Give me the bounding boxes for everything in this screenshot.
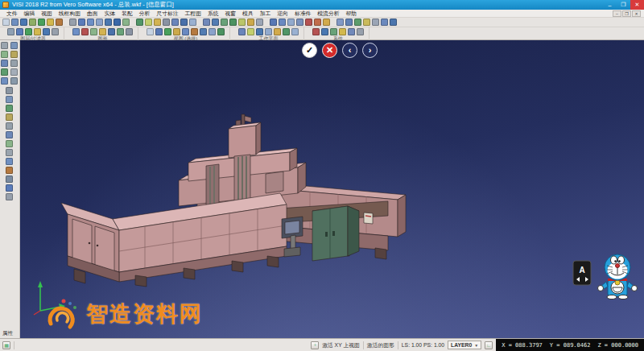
toolbar-icon[interactable] xyxy=(136,19,143,26)
toolbar-icon[interactable] xyxy=(114,19,121,26)
toolbar-icon[interactable] xyxy=(164,28,171,35)
toolbar-icon[interactable] xyxy=(279,19,286,26)
sidebar-tool-icon[interactable] xyxy=(10,77,18,85)
toolbar-icon[interactable] xyxy=(43,28,50,35)
toolbar-icon[interactable] xyxy=(265,28,272,35)
toolbar-icon[interactable] xyxy=(345,19,353,26)
menu-item[interactable]: 标准件 xyxy=(291,10,314,18)
toolbar-icon[interactable] xyxy=(256,28,263,35)
toolbar-icon[interactable] xyxy=(372,19,379,26)
toolbar-icon[interactable] xyxy=(126,28,133,35)
toolbar-icon[interactable] xyxy=(25,28,32,35)
toolbar-icon[interactable] xyxy=(72,28,80,35)
toolbar-icon[interactable] xyxy=(105,19,112,26)
toolbar-icon[interactable] xyxy=(339,28,346,35)
sidebar-tool-icon[interactable] xyxy=(10,68,18,76)
layer-dropdown[interactable]: LAYER0 ▼ xyxy=(448,341,481,349)
menu-item[interactable]: 尺寸标注 xyxy=(153,10,181,18)
sidebar-tool-icon[interactable] xyxy=(10,42,18,49)
sidebar-tool-icon[interactable] xyxy=(10,60,18,67)
confirm-button[interactable]: ✓ xyxy=(302,43,317,58)
properties-tab-label[interactable]: 属性 xyxy=(2,330,13,337)
grid-snap-icon[interactable]: ▦ xyxy=(2,341,10,349)
toolbar-icon[interactable] xyxy=(208,28,216,35)
child-close-button[interactable]: ✕ xyxy=(632,10,641,17)
menu-item[interactable]: 系统 xyxy=(204,10,222,18)
toolbar-icon[interactable] xyxy=(357,28,364,35)
machine-viewport[interactable]: ✓ ✕ ‹ › 智造资料网 A xyxy=(20,40,644,338)
menu-item[interactable]: 模流分析 xyxy=(314,10,342,18)
sidebar-tool-icon[interactable] xyxy=(1,68,8,76)
toolbar-icon[interactable] xyxy=(145,19,152,26)
toolbar-icon[interactable] xyxy=(217,28,225,35)
toolbar-icon[interactable] xyxy=(147,28,154,35)
sidebar-tool-icon[interactable] xyxy=(10,51,18,58)
menu-item[interactable]: 模具 xyxy=(239,10,257,18)
toolbar-icon[interactable] xyxy=(52,28,59,35)
menu-item[interactable]: 分析 xyxy=(136,10,154,18)
snap-point-icon[interactable]: ＋ xyxy=(311,341,319,349)
sidebar-tool-icon[interactable] xyxy=(6,176,13,183)
toolbar-icon[interactable] xyxy=(7,28,14,35)
sidebar-tool-icon[interactable] xyxy=(6,149,13,156)
toolbar-icon[interactable] xyxy=(180,19,188,26)
toolbar-icon[interactable] xyxy=(229,19,237,26)
toolbar-icon[interactable] xyxy=(212,19,219,26)
sidebar-tool-icon[interactable] xyxy=(6,167,13,174)
ortho-toggle-icon[interactable]: ∟ xyxy=(485,341,493,349)
sidebar-tool-icon[interactable] xyxy=(6,114,13,121)
toolbar-icon[interactable] xyxy=(390,19,397,26)
sidebar-tool-icon[interactable] xyxy=(6,87,13,94)
sidebar-tool-icon[interactable] xyxy=(1,77,8,85)
toolbar-icon[interactable] xyxy=(200,28,207,35)
toolbar-icon[interactable] xyxy=(321,28,328,35)
toolbar-icon[interactable] xyxy=(47,19,54,26)
toolbar-icon[interactable] xyxy=(336,19,344,26)
menu-item[interactable]: 逆向 xyxy=(274,10,291,18)
sidebar-tool-icon[interactable] xyxy=(1,60,8,67)
menu-item[interactable]: 视图 xyxy=(38,10,56,18)
toolbar-icon[interactable] xyxy=(56,19,63,26)
toolbar-icon[interactable] xyxy=(363,19,370,26)
toolbar-icon[interactable] xyxy=(38,19,45,26)
sidebar-tool-icon[interactable] xyxy=(6,140,13,147)
toolbar-icon[interactable] xyxy=(2,19,10,26)
toolbar-icon[interactable] xyxy=(283,28,290,35)
menu-item[interactable]: 装配 xyxy=(118,10,136,18)
minimize-button[interactable]: – xyxy=(603,0,617,10)
toolbar-icon[interactable] xyxy=(87,19,94,26)
toolbar-icon[interactable] xyxy=(108,28,115,35)
sidebar-tool-icon[interactable] xyxy=(1,42,8,49)
toolbar-icon[interactable] xyxy=(238,28,246,35)
menu-item[interactable]: 线框构图 xyxy=(56,10,84,18)
toolbar-icon[interactable] xyxy=(348,28,355,35)
toolbar-icon[interactable] xyxy=(247,19,254,26)
toolbar-icon[interactable] xyxy=(122,19,130,26)
toolbar-icon[interactable] xyxy=(221,19,228,26)
menu-item[interactable]: 视窗 xyxy=(222,10,240,18)
sidebar-tool-icon[interactable] xyxy=(6,158,13,165)
toolbar-icon[interactable] xyxy=(99,28,106,35)
sidebar-tool-icon[interactable] xyxy=(6,131,13,138)
toolbar-icon[interactable] xyxy=(291,28,299,35)
child-minimize-button[interactable]: – xyxy=(613,10,621,17)
next-button[interactable]: › xyxy=(362,43,378,58)
menu-item[interactable]: 工程图 xyxy=(182,10,204,18)
toolbar-icon[interactable] xyxy=(163,19,170,26)
sidebar-tool-icon[interactable] xyxy=(6,193,13,200)
toolbar-icon[interactable] xyxy=(171,19,179,26)
close-button[interactable]: ✕ xyxy=(630,0,644,10)
toolbar-icon[interactable] xyxy=(247,28,254,35)
toolbar-icon[interactable] xyxy=(189,19,196,26)
menu-item[interactable]: 实体 xyxy=(101,10,119,18)
toolbar-icon[interactable] xyxy=(155,28,163,35)
toolbar-icon[interactable] xyxy=(16,28,23,35)
toolbar-icon[interactable] xyxy=(96,19,103,26)
toolbar-icon[interactable] xyxy=(78,19,85,26)
maximize-button[interactable]: ❐ xyxy=(617,0,630,10)
toolbar-icon[interactable] xyxy=(81,28,89,35)
toolbar-icon[interactable] xyxy=(203,19,210,26)
toolbar-icon[interactable] xyxy=(182,28,189,35)
toolbar-icon[interactable] xyxy=(323,19,330,26)
toolbar-icon[interactable] xyxy=(381,19,388,26)
